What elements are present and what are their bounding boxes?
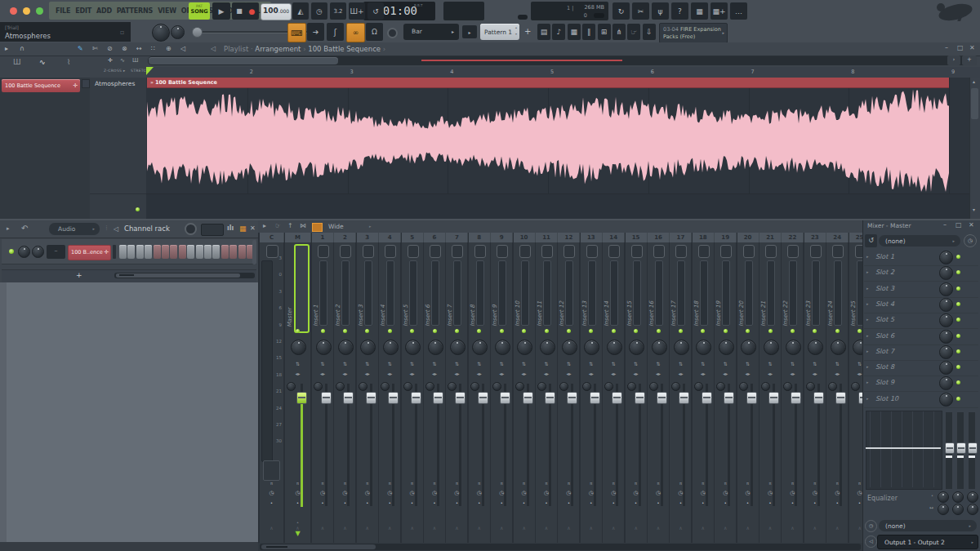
output-arrow-icon (971, 540, 973, 544)
eq-knob-3[interactable] (967, 491, 978, 503)
insert-selector[interactable]: (none) (879, 520, 977, 531)
eq-knob-2[interactable] (952, 491, 964, 503)
insert-selector-arrow-icon (969, 523, 971, 528)
output-speaker-icon (869, 538, 873, 544)
eq-knobs: •↔ (0, 0, 980, 551)
insert-clock-icon (869, 522, 873, 528)
fl-studio-window: FILEEDITADDPATTERNSVIEWOPTIONSTOOLSHELP … (0, 0, 980, 551)
output-selector[interactable]: Output 1 - Output 2 (877, 535, 978, 549)
insert-selector-value: (none) (885, 522, 906, 530)
insert-clock-button[interactable] (865, 520, 877, 532)
eq-knob-1[interactable] (938, 491, 949, 503)
eq-knob-4[interactable] (938, 504, 949, 515)
output-speaker-button[interactable] (865, 535, 877, 548)
eq-dot-icon: • (931, 493, 933, 498)
mixer-layer: ▸☞↑⋈ Wide CM1234567891011121314151617181… (0, 0, 980, 551)
eq-arrows-icon: ↔ (929, 504, 933, 510)
eq-knob-5[interactable] (952, 504, 964, 515)
output-value: Output 1 - Output 2 (884, 539, 945, 546)
eq-knob-6[interactable] (967, 504, 978, 515)
